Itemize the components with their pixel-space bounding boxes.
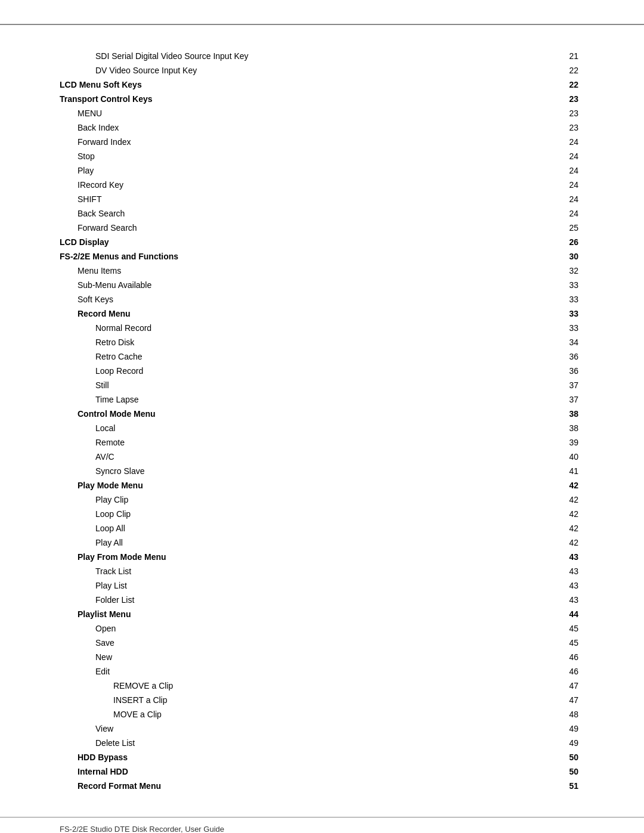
toc-label-text: Stop: [60, 151, 95, 161]
toc-label-text: Play Clip: [60, 495, 128, 504]
toc-row: Save45: [60, 636, 584, 650]
toc-row: Track List43: [60, 564, 584, 578]
toc-label: Stop: [60, 149, 506, 163]
toc-label: FS-2/2E Menus and Functions: [60, 249, 506, 264]
toc-label: Soft Keys: [60, 292, 506, 306]
toc-row: Back Search24: [60, 206, 584, 221]
toc-label: Play List: [60, 578, 506, 593]
toc-page: 43: [506, 564, 584, 578]
toc-row: Time Lapse37: [60, 392, 584, 407]
toc-row: Retro Disk34: [60, 335, 584, 349]
toc-label: Still: [60, 378, 506, 392]
toc-row: Control Mode Menu38: [60, 407, 584, 421]
toc-row: Folder List43: [60, 593, 584, 607]
toc-page: 33: [506, 278, 584, 292]
toc-label-text: Record Format Menu: [60, 781, 161, 791]
content-area: SDI Serial Digital Video Source Input Ke…: [0, 25, 644, 817]
toc-page: 21: [506, 49, 584, 63]
toc-label: Edit: [60, 664, 506, 679]
toc-label: Loop All: [60, 521, 506, 535]
toc-row: AV/C40: [60, 450, 584, 464]
toc-label: MENU: [60, 106, 506, 120]
toc-page: 24: [506, 192, 584, 206]
toc-label-text: Loop Clip: [60, 509, 131, 519]
toc-label: Transport Control Keys: [60, 92, 506, 106]
toc-page: 49: [506, 736, 584, 750]
toc-row: Stop24: [60, 149, 584, 163]
toc-label: SHIFT: [60, 192, 506, 206]
toc-row: Play24: [60, 163, 584, 178]
toc-row: Play From Mode Menu43: [60, 550, 584, 564]
toc-label-text: Play From Mode Menu: [60, 552, 166, 562]
toc-row: Forward Index24: [60, 135, 584, 149]
toc-label: INSERT a Clip: [60, 693, 506, 707]
toc-page: 49: [506, 721, 584, 736]
toc-row: Play All42: [60, 535, 584, 550]
toc-page: 45: [506, 621, 584, 636]
toc-table: SDI Serial Digital Video Source Input Ke…: [60, 49, 584, 793]
toc-label-text: FS-2/2E Menus and Functions: [60, 252, 178, 261]
toc-label: Folder List: [60, 593, 506, 607]
toc-label: Open: [60, 621, 506, 636]
toc-page: 24: [506, 206, 584, 221]
toc-label-text: HDD Bypass: [60, 753, 128, 762]
toc-label: Sub-Menu Available: [60, 278, 506, 292]
toc-page: 47: [506, 693, 584, 707]
toc-label: Normal Record: [60, 321, 506, 335]
toc-label-text: View: [60, 724, 113, 733]
toc-row: Remote39: [60, 435, 584, 450]
toc-label: Play Clip: [60, 493, 506, 507]
toc-page: 25: [506, 221, 584, 235]
toc-label: Menu Items: [60, 264, 506, 278]
toc-label: New: [60, 650, 506, 664]
toc-page: 36: [506, 349, 584, 364]
toc-label-text: Transport Control Keys: [60, 94, 153, 104]
toc-label-text: Save: [60, 638, 114, 648]
toc-label: MOVE a Clip: [60, 707, 506, 721]
toc-label: SDI Serial Digital Video Source Input Ke…: [60, 49, 506, 63]
toc-label: Playlist Menu: [60, 607, 506, 621]
toc-row: Internal HDD50: [60, 764, 584, 779]
toc-page: 46: [506, 650, 584, 664]
toc-row: New46: [60, 650, 584, 664]
toc-page: 38: [506, 421, 584, 435]
toc-label-text: Menu Items: [60, 266, 121, 275]
toc-row: Retro Cache36: [60, 349, 584, 364]
toc-label-text: Loop All: [60, 524, 125, 533]
toc-page: 30: [506, 249, 584, 264]
toc-row: Loop Clip42: [60, 507, 584, 521]
toc-page: 24: [506, 178, 584, 192]
toc-label: Local: [60, 421, 506, 435]
toc-row: Loop All42: [60, 521, 584, 535]
toc-row: IRecord Key24: [60, 178, 584, 192]
toc-page: 40: [506, 450, 584, 464]
toc-label: Time Lapse: [60, 392, 506, 407]
toc-label: Retro Cache: [60, 349, 506, 364]
toc-page: 37: [506, 378, 584, 392]
toc-label-text: Folder List: [60, 595, 134, 605]
toc-label-text: Local: [60, 423, 115, 433]
toc-row: Play List43: [60, 578, 584, 593]
toc-label-text: LCD Menu Soft Keys: [60, 80, 142, 89]
toc-page: 45: [506, 636, 584, 650]
toc-row: Playlist Menu44: [60, 607, 584, 621]
toc-label-text: INSERT a Clip: [60, 695, 168, 705]
toc-row: Play Clip42: [60, 493, 584, 507]
toc-row: Still37: [60, 378, 584, 392]
toc-page: 36: [506, 364, 584, 378]
toc-page: 23: [506, 106, 584, 120]
toc-page: 43: [506, 593, 584, 607]
toc-row: DV Video Source Input Key22: [60, 63, 584, 78]
toc-label-text: Retro Cache: [60, 352, 143, 361]
toc-page: 22: [506, 63, 584, 78]
toc-page: 43: [506, 578, 584, 593]
toc-page: 34: [506, 335, 584, 349]
toc-label: Remote: [60, 435, 506, 450]
toc-label-text: Internal HDD: [60, 767, 128, 776]
toc-row: REMOVE a Clip47: [60, 679, 584, 693]
toc-row: Loop Record36: [60, 364, 584, 378]
toc-page: 50: [506, 750, 584, 764]
toc-row: MENU23: [60, 106, 584, 120]
toc-label: Back Index: [60, 120, 506, 135]
toc-page: 24: [506, 135, 584, 149]
